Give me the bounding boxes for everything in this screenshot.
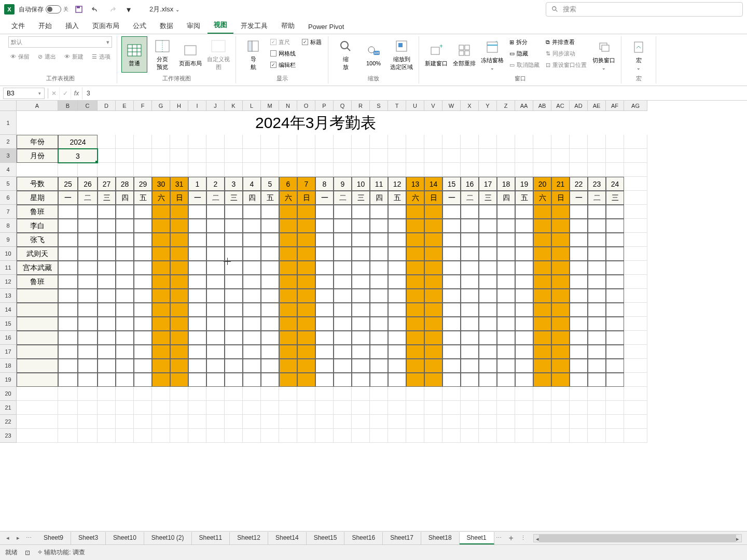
cell[interactable] <box>442 373 461 387</box>
cell[interactable] <box>170 219 188 233</box>
col-header[interactable]: J <box>206 101 225 111</box>
cell[interactable] <box>116 387 134 401</box>
cell[interactable] <box>551 163 570 177</box>
cell[interactable] <box>515 303 533 317</box>
cell[interactable] <box>533 401 551 415</box>
cell[interactable] <box>624 401 647 415</box>
cell[interactable] <box>479 429 497 443</box>
cell[interactable] <box>388 359 406 373</box>
cell[interactable] <box>58 415 78 429</box>
new-window-button[interactable]: +新建窗口 <box>423 36 449 73</box>
cell[interactable] <box>424 415 442 429</box>
exit-button[interactable]: ⊘退出 <box>36 51 58 62</box>
cell[interactable] <box>624 219 647 233</box>
cell[interactable] <box>78 429 98 443</box>
cell[interactable]: 24 <box>606 177 624 191</box>
cell[interactable] <box>606 205 624 219</box>
cell[interactable] <box>279 429 297 443</box>
cell[interactable] <box>170 387 188 401</box>
cell[interactable] <box>352 317 370 331</box>
cell[interactable] <box>442 149 461 163</box>
sheet-tab[interactable]: Sheet14 <box>268 532 307 544</box>
col-header[interactable]: Y <box>479 101 497 111</box>
cell[interactable] <box>515 289 533 303</box>
cell[interactable] <box>388 149 406 163</box>
cell[interactable] <box>261 317 279 331</box>
cell[interactable] <box>461 205 479 219</box>
cell[interactable] <box>406 135 424 149</box>
cell[interactable] <box>152 359 170 373</box>
col-header[interactable]: H <box>170 101 188 111</box>
cell[interactable] <box>606 303 624 317</box>
cell[interactable] <box>243 387 261 401</box>
col-header[interactable]: F <box>134 101 152 111</box>
cell[interactable] <box>388 289 406 303</box>
cell[interactable] <box>243 275 261 289</box>
cell[interactable] <box>243 149 261 163</box>
cell[interactable] <box>315 289 334 303</box>
cell[interactable] <box>188 331 206 345</box>
hide-button[interactable]: ▭隐藏 <box>507 48 542 59</box>
row-header[interactable]: 9 <box>0 233 17 247</box>
cell[interactable] <box>297 233 315 247</box>
save-icon[interactable] <box>73 3 85 16</box>
cell[interactable] <box>261 149 279 163</box>
cell[interactable] <box>170 135 188 149</box>
cell[interactable] <box>261 373 279 387</box>
cell[interactable] <box>388 401 406 415</box>
cell[interactable] <box>78 317 98 331</box>
cell[interactable] <box>442 317 461 331</box>
cell[interactable] <box>406 359 424 373</box>
cell[interactable] <box>570 247 588 261</box>
cell[interactable]: 三 <box>606 191 624 205</box>
cell[interactable] <box>406 317 424 331</box>
cell[interactable] <box>58 247 78 261</box>
cell[interactable] <box>515 317 533 331</box>
cell[interactable] <box>297 373 315 387</box>
sync-scroll-button[interactable]: ⇅同步滚动 <box>544 48 589 59</box>
confirm-icon[interactable]: ✓ <box>60 88 71 99</box>
cell[interactable] <box>406 261 424 275</box>
sheet-nav-prev[interactable]: ◂ <box>3 534 12 543</box>
cell[interactable] <box>442 401 461 415</box>
cell[interactable] <box>17 387 58 401</box>
cell[interactable] <box>352 387 370 401</box>
cell[interactable] <box>497 163 515 177</box>
cell[interactable] <box>624 429 647 443</box>
cell[interactable] <box>370 429 388 443</box>
cell[interactable] <box>461 415 479 429</box>
cell[interactable] <box>588 429 606 443</box>
cell[interactable] <box>98 219 116 233</box>
cell[interactable] <box>352 233 370 247</box>
cell[interactable] <box>315 205 334 219</box>
cell[interactable] <box>551 219 570 233</box>
cell[interactable] <box>533 135 551 149</box>
cell[interactable] <box>206 345 225 359</box>
zoom-100-button[interactable]: 100100% <box>361 36 386 73</box>
sheet-view-dropdown[interactable]: 默认▾ <box>8 36 112 48</box>
cell[interactable] <box>388 415 406 429</box>
cell[interactable] <box>624 331 647 345</box>
cell[interactable] <box>58 401 78 415</box>
row-header[interactable]: 6 <box>0 191 17 205</box>
cell[interactable] <box>98 275 116 289</box>
ribbon-tab-开始[interactable]: 开始 <box>32 18 58 34</box>
cell[interactable] <box>442 275 461 289</box>
cell[interactable] <box>206 373 225 387</box>
cell[interactable] <box>570 289 588 303</box>
cell[interactable] <box>188 387 206 401</box>
cell[interactable] <box>243 303 261 317</box>
cell[interactable] <box>297 149 315 163</box>
cell[interactable] <box>261 219 279 233</box>
cell[interactable] <box>551 401 570 415</box>
cell[interactable] <box>279 135 297 149</box>
cell[interactable] <box>533 163 551 177</box>
cell[interactable] <box>116 303 134 317</box>
cell[interactable] <box>170 331 188 345</box>
cell[interactable]: 四 <box>497 191 515 205</box>
cell[interactable] <box>98 359 116 373</box>
cell[interactable] <box>206 205 225 219</box>
row-header[interactable]: 5 <box>0 177 17 191</box>
cell[interactable] <box>170 163 188 177</box>
cell[interactable] <box>225 163 243 177</box>
